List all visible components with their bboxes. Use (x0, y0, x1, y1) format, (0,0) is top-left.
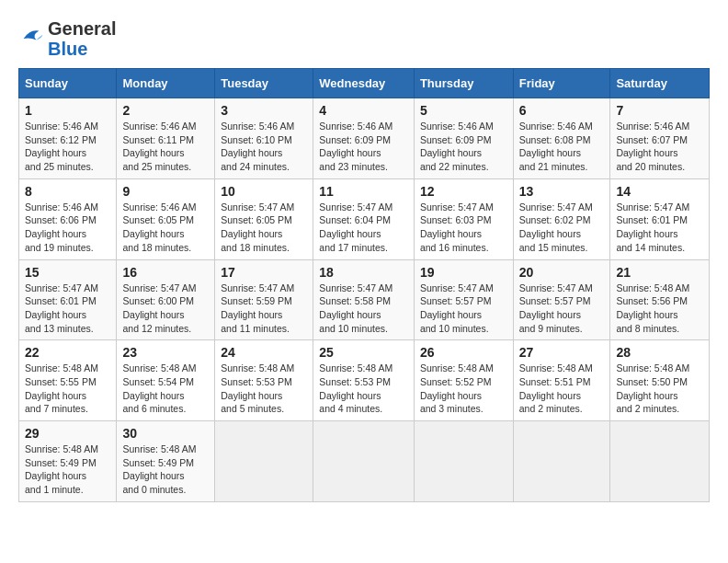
day-number: 11 (319, 184, 408, 199)
day-info: Sunrise: 5:48 AMSunset: 5:55 PMDaylight … (25, 362, 110, 416)
col-header-saturday: Saturday (610, 69, 710, 98)
day-info: Sunrise: 5:46 AMSunset: 6:11 PMDaylight … (122, 120, 209, 174)
calendar-cell: 13Sunrise: 5:47 AMSunset: 6:02 PMDayligh… (513, 178, 610, 259)
day-number: 13 (519, 184, 605, 199)
day-info: Sunrise: 5:47 AMSunset: 6:01 PMDaylight … (616, 201, 703, 255)
day-info: Sunrise: 5:48 AMSunset: 5:56 PMDaylight … (616, 282, 703, 336)
day-number: 1 (25, 103, 110, 118)
day-number: 12 (420, 184, 507, 199)
day-info: Sunrise: 5:48 AMSunset: 5:53 PMDaylight … (221, 362, 307, 416)
calendar-cell: 21Sunrise: 5:48 AMSunset: 5:56 PMDayligh… (610, 259, 710, 340)
calendar-cell: 10Sunrise: 5:47 AMSunset: 6:05 PMDayligh… (215, 178, 313, 259)
col-header-monday: Monday (117, 69, 215, 98)
calendar-cell (313, 421, 415, 502)
header: General Blue (18, 18, 710, 59)
calendar-cell: 26Sunrise: 5:48 AMSunset: 5:52 PMDayligh… (414, 340, 513, 421)
calendar-cell: 8Sunrise: 5:46 AMSunset: 6:06 PMDaylight… (19, 178, 117, 259)
day-number: 27 (519, 345, 605, 360)
day-info: Sunrise: 5:46 AMSunset: 6:10 PMDaylight … (221, 120, 307, 174)
day-info: Sunrise: 5:48 AMSunset: 5:49 PMDaylight … (25, 442, 110, 497)
calendar-cell: 20Sunrise: 5:47 AMSunset: 5:57 PMDayligh… (513, 259, 610, 340)
calendar-cell (513, 421, 610, 502)
calendar-cell: 17Sunrise: 5:47 AMSunset: 5:59 PMDayligh… (215, 259, 313, 340)
calendar-cell: 2Sunrise: 5:46 AMSunset: 6:11 PMDaylight… (117, 98, 215, 179)
calendar-cell: 23Sunrise: 5:48 AMSunset: 5:54 PMDayligh… (117, 340, 215, 421)
day-info: Sunrise: 5:46 AMSunset: 6:09 PMDaylight … (319, 120, 408, 174)
day-info: Sunrise: 5:47 AMSunset: 6:05 PMDaylight … (221, 201, 307, 255)
calendar-table: SundayMondayTuesdayWednesdayThursdayFrid… (18, 68, 710, 502)
calendar-cell: 25Sunrise: 5:48 AMSunset: 5:53 PMDayligh… (313, 340, 415, 421)
day-info: Sunrise: 5:47 AMSunset: 5:59 PMDaylight … (221, 282, 307, 336)
day-info: Sunrise: 5:47 AMSunset: 5:57 PMDaylight … (420, 282, 507, 336)
day-info: Sunrise: 5:46 AMSunset: 6:06 PMDaylight … (25, 201, 110, 255)
calendar-cell: 22Sunrise: 5:48 AMSunset: 5:55 PMDayligh… (19, 340, 117, 421)
day-info: Sunrise: 5:46 AMSunset: 6:07 PMDaylight … (616, 120, 703, 174)
calendar-cell (610, 421, 710, 502)
col-header-friday: Friday (513, 69, 610, 98)
calendar-cell: 18Sunrise: 5:47 AMSunset: 5:58 PMDayligh… (313, 259, 415, 340)
day-info: Sunrise: 5:47 AMSunset: 6:04 PMDaylight … (319, 201, 408, 255)
day-info: Sunrise: 5:48 AMSunset: 5:53 PMDaylight … (319, 362, 408, 416)
calendar-cell: 6Sunrise: 5:46 AMSunset: 6:08 PMDaylight… (513, 98, 610, 179)
day-number: 26 (420, 345, 507, 360)
day-number: 9 (122, 184, 209, 199)
day-info: Sunrise: 5:48 AMSunset: 5:51 PMDaylight … (519, 362, 605, 416)
day-number: 19 (420, 265, 507, 280)
day-number: 4 (319, 103, 408, 118)
day-number: 17 (221, 265, 307, 280)
day-info: Sunrise: 5:46 AMSunset: 6:08 PMDaylight … (519, 120, 605, 174)
day-number: 8 (25, 184, 110, 199)
calendar-cell: 9Sunrise: 5:46 AMSunset: 6:05 PMDaylight… (117, 178, 215, 259)
col-header-tuesday: Tuesday (215, 69, 313, 98)
calendar-cell: 4Sunrise: 5:46 AMSunset: 6:09 PMDaylight… (313, 98, 415, 179)
day-number: 30 (122, 426, 209, 441)
day-info: Sunrise: 5:48 AMSunset: 5:52 PMDaylight … (420, 362, 507, 416)
calendar-cell: 7Sunrise: 5:46 AMSunset: 6:07 PMDaylight… (610, 98, 710, 179)
calendar-cell: 14Sunrise: 5:47 AMSunset: 6:01 PMDayligh… (610, 178, 710, 259)
day-info: Sunrise: 5:47 AMSunset: 6:00 PMDaylight … (122, 282, 209, 336)
day-info: Sunrise: 5:48 AMSunset: 5:54 PMDaylight … (122, 362, 209, 416)
day-info: Sunrise: 5:46 AMSunset: 6:05 PMDaylight … (122, 201, 209, 255)
day-number: 23 (122, 345, 209, 360)
calendar-cell (414, 421, 513, 502)
day-number: 16 (122, 265, 209, 280)
calendar-cell: 3Sunrise: 5:46 AMSunset: 6:10 PMDaylight… (215, 98, 313, 179)
day-number: 21 (616, 265, 703, 280)
day-info: Sunrise: 5:47 AMSunset: 6:02 PMDaylight … (519, 201, 605, 255)
day-info: Sunrise: 5:46 AMSunset: 6:12 PMDaylight … (25, 120, 110, 174)
col-header-wednesday: Wednesday (313, 69, 415, 98)
calendar-cell: 5Sunrise: 5:46 AMSunset: 6:09 PMDaylight… (414, 98, 513, 179)
day-info: Sunrise: 5:48 AMSunset: 5:50 PMDaylight … (616, 362, 703, 416)
day-info: Sunrise: 5:48 AMSunset: 5:49 PMDaylight … (122, 442, 209, 497)
day-number: 18 (319, 265, 408, 280)
day-info: Sunrise: 5:47 AMSunset: 6:01 PMDaylight … (25, 282, 110, 336)
day-number: 28 (616, 345, 703, 360)
calendar-cell: 29Sunrise: 5:48 AMSunset: 5:49 PMDayligh… (19, 421, 117, 502)
day-number: 14 (616, 184, 703, 199)
day-number: 20 (519, 265, 605, 280)
day-number: 7 (616, 103, 703, 118)
col-header-thursday: Thursday (414, 69, 513, 98)
calendar-cell: 27Sunrise: 5:48 AMSunset: 5:51 PMDayligh… (513, 340, 610, 421)
day-info: Sunrise: 5:47 AMSunset: 5:58 PMDaylight … (319, 282, 408, 336)
day-info: Sunrise: 5:47 AMSunset: 5:57 PMDaylight … (519, 282, 605, 336)
logo: General Blue (18, 18, 116, 59)
calendar-cell: 16Sunrise: 5:47 AMSunset: 6:00 PMDayligh… (117, 259, 215, 340)
calendar-cell (215, 421, 313, 502)
calendar-cell: 12Sunrise: 5:47 AMSunset: 6:03 PMDayligh… (414, 178, 513, 259)
calendar-cell: 15Sunrise: 5:47 AMSunset: 6:01 PMDayligh… (19, 259, 117, 340)
day-number: 24 (221, 345, 307, 360)
logo-icon (18, 26, 44, 52)
day-number: 22 (25, 345, 110, 360)
calendar-cell: 1Sunrise: 5:46 AMSunset: 6:12 PMDaylight… (19, 98, 117, 179)
calendar-cell: 30Sunrise: 5:48 AMSunset: 5:49 PMDayligh… (117, 421, 215, 502)
col-header-sunday: Sunday (19, 69, 117, 98)
logo-text: General Blue (48, 18, 116, 59)
day-info: Sunrise: 5:46 AMSunset: 6:09 PMDaylight … (420, 120, 507, 174)
day-number: 2 (122, 103, 209, 118)
day-number: 6 (519, 103, 605, 118)
day-info: Sunrise: 5:47 AMSunset: 6:03 PMDaylight … (420, 201, 507, 255)
calendar-cell: 24Sunrise: 5:48 AMSunset: 5:53 PMDayligh… (215, 340, 313, 421)
day-number: 25 (319, 345, 408, 360)
day-number: 29 (25, 426, 110, 441)
